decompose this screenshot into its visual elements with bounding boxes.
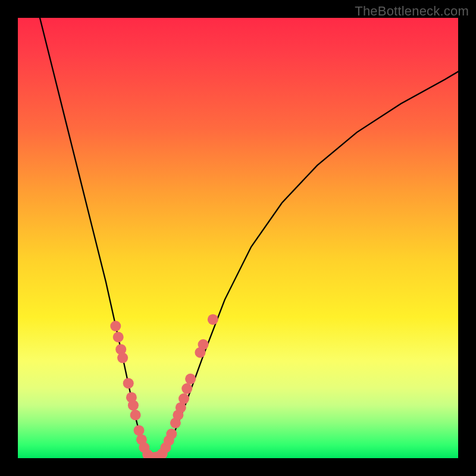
data-point-dot bbox=[178, 393, 189, 404]
highlight-dots bbox=[110, 314, 218, 458]
data-point-dot bbox=[123, 378, 134, 389]
data-point-dot bbox=[130, 410, 141, 421]
data-point-dot bbox=[166, 428, 177, 439]
data-point-dot bbox=[198, 339, 209, 350]
curve-right-branch bbox=[163, 71, 458, 456]
data-point-dot bbox=[134, 425, 145, 436]
chart-frame: TheBottleneck.com bbox=[0, 0, 476, 476]
data-point-dot bbox=[208, 314, 218, 325]
data-point-dot bbox=[128, 400, 139, 411]
data-point-dot bbox=[185, 374, 196, 384]
data-point-dot bbox=[113, 332, 124, 343]
curve-svg bbox=[18, 18, 458, 458]
data-point-dot bbox=[110, 321, 121, 331]
watermark-text: TheBottleneck.com bbox=[355, 4, 469, 19]
curve-left-branch bbox=[40, 18, 146, 456]
data-point-dot bbox=[181, 383, 192, 394]
data-point-dot bbox=[117, 352, 128, 363]
plot-area bbox=[18, 18, 458, 458]
